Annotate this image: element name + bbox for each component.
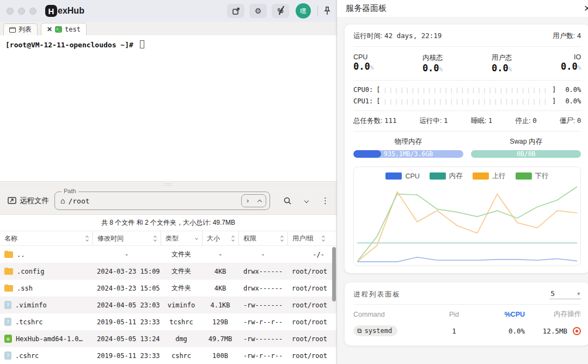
file-name-cell: .config bbox=[0, 268, 93, 275]
pane-splitter[interactable]: ::::: bbox=[0, 181, 336, 187]
task-stats: 总任务数: 111运行中: 1睡眠: 1停止: 0僵尸: 0 bbox=[353, 116, 581, 126]
file-row[interactable]: .config2024-03-23 15:09文件夹4KBdrwx------r… bbox=[0, 263, 336, 280]
filter-chevron-icon bbox=[195, 237, 198, 239]
tab-test[interactable]: ✕ >_ test bbox=[41, 23, 87, 35]
task-stat: 睡眠: 1 bbox=[471, 116, 492, 126]
chart-legend: CPU内存上行下行 bbox=[357, 171, 577, 181]
file-table-header: 名称修改时间类型大小权限用户/组 bbox=[0, 231, 336, 246]
file-type: viminfo bbox=[161, 301, 202, 309]
swap-memory-label: Swap 内存 bbox=[471, 137, 581, 146]
swap-memory-text: 0B/0B bbox=[471, 150, 581, 158]
copy-icon[interactable]: ⧉ bbox=[357, 327, 362, 335]
file-name-cell: ?.tcshrc bbox=[0, 318, 93, 326]
tab-close-icon[interactable]: ✕ bbox=[47, 26, 52, 33]
expand-button[interactable] bbox=[305, 199, 308, 202]
user-avatar[interactable]: 嘿 bbox=[296, 3, 311, 18]
file-row[interactable]: ?.viminfo2024-04-05 23:03viminfo4.1KB-rw… bbox=[0, 297, 336, 313]
search-button[interactable] bbox=[283, 196, 292, 205]
percent-slash-icon: % bbox=[278, 7, 284, 15]
file-perm: -rw-r--r-- bbox=[238, 318, 287, 326]
file-row[interactable]: ..-文件夹---/- bbox=[0, 246, 336, 263]
file-mtime: 2024-03-23 15:09 bbox=[93, 268, 161, 275]
file-perm: - bbox=[238, 251, 287, 258]
server-overview-card: 运行时间: 42 days, 22:19 用户数: 4 CPU0.0%内核态0.… bbox=[345, 24, 588, 273]
column-header-5[interactable]: 权限 bbox=[238, 231, 287, 245]
file-name: .tcshrc bbox=[15, 318, 43, 326]
task-label: 总任务数: bbox=[353, 117, 384, 125]
meter-bracket: [ bbox=[376, 97, 380, 105]
file-row[interactable]: ?.tcshrc2019-05-11 23:33tcshrc129B-rw-r-… bbox=[0, 313, 336, 330]
close-drawer-button[interactable]: ✕ bbox=[584, 4, 588, 13]
stop-process-button[interactable] bbox=[573, 327, 581, 335]
column-header-3[interactable]: 类型 bbox=[161, 231, 202, 245]
column-label: 用户/组 bbox=[292, 234, 314, 243]
folder-icon bbox=[4, 251, 13, 258]
page-size-select[interactable]: 5 ▾ bbox=[549, 289, 581, 299]
column-header-6[interactable]: 用户/组 bbox=[287, 231, 329, 245]
file-perm: drwx------ bbox=[238, 285, 287, 292]
process-column-4[interactable]: 内存 bbox=[525, 310, 567, 319]
pin-button[interactable] bbox=[323, 7, 331, 15]
settings-button[interactable]: ⚙ bbox=[249, 4, 267, 18]
perf-chart-box: CPU内存上行下行 bbox=[353, 166, 581, 266]
process-command-pill[interactable]: ⧉systemd bbox=[353, 325, 397, 336]
terminal[interactable]: [root@VM-12-11-opencloudos ~]# bbox=[0, 35, 336, 181]
file-mtime: 2024-03-23 15:05 bbox=[93, 285, 161, 292]
swap-memory: Swap 内存 0B/0B bbox=[471, 137, 581, 158]
chevron-down-icon bbox=[304, 199, 309, 203]
process-column-3[interactable]: %CPU bbox=[476, 311, 525, 318]
tab-bar: 列表 ✕ >_ test bbox=[0, 22, 336, 35]
maximize-window-button[interactable] bbox=[29, 8, 36, 15]
physical-memory-label: 物理内存 bbox=[353, 137, 463, 146]
file-row[interactable]: ?.cshrc2019-05-11 23:33cshrc100B-rw-r--r… bbox=[0, 347, 336, 364]
path-up-button[interactable] bbox=[254, 195, 266, 207]
column-label: 权限 bbox=[243, 234, 256, 243]
close-window-button[interactable] bbox=[7, 8, 14, 15]
process-column-1[interactable]: Command bbox=[353, 311, 432, 318]
task-value: 111 bbox=[384, 116, 397, 125]
process-column-5[interactable]: 操作 bbox=[567, 310, 581, 319]
toggle-shortcuts-button[interactable]: % bbox=[272, 4, 289, 18]
cpu-stat-CPU: CPU0.0% bbox=[353, 53, 373, 73]
file-size: 4KB bbox=[202, 268, 238, 275]
app-window: H exHub ⚙ % 嘿 bbox=[0, 0, 588, 364]
tab-list[interactable]: 列表 bbox=[3, 23, 38, 35]
core-label: CPU0: bbox=[353, 86, 373, 94]
open-external-button[interactable] bbox=[227, 4, 244, 18]
task-value: 0 bbox=[577, 116, 581, 125]
column-header-1[interactable]: 名称 bbox=[0, 231, 93, 245]
legend-label: 下行 bbox=[535, 171, 549, 181]
file-perm: -rw------- bbox=[238, 335, 287, 343]
column-header-2[interactable]: 修改时间 bbox=[93, 231, 161, 245]
file-table-body: ..-文件夹---/-.config2024-03-23 15:09文件夹4KB… bbox=[0, 246, 336, 364]
file-owner: root/root bbox=[287, 335, 329, 343]
server-drawer: 服务器面板 ✕ 运行时间: 42 days, 22:19 用户数: 4 CPU0… bbox=[337, 0, 588, 364]
file-mtime: 2024-04-05 23:03 bbox=[93, 301, 161, 309]
pin-icon bbox=[323, 7, 331, 15]
process-column-2[interactable]: Pid bbox=[432, 311, 476, 318]
sort-arrows-icon bbox=[322, 236, 324, 241]
task-label: 僵尸: bbox=[560, 117, 577, 125]
task-stat: 运行中: 1 bbox=[420, 116, 448, 126]
file-table-scrollbar[interactable] bbox=[332, 247, 336, 301]
stat-unit: % bbox=[370, 64, 374, 71]
file-icon: ? bbox=[4, 301, 11, 309]
more-options-button[interactable]: ⋮ bbox=[321, 196, 329, 206]
file-row[interactable]: ⚙HexHub-amd64-1.0…2024-05-05 13:24dmg49.… bbox=[0, 330, 336, 347]
column-header-4[interactable]: 大小 bbox=[202, 231, 238, 245]
legend-swatch bbox=[516, 172, 532, 180]
file-name-cell: ⚙HexHub-amd64-1.0… bbox=[0, 335, 93, 343]
remote-files-icon bbox=[8, 197, 16, 205]
minimize-window-button[interactable] bbox=[18, 8, 25, 15]
path-go-button[interactable]: › bbox=[242, 195, 254, 207]
file-owner: root/root bbox=[287, 268, 329, 275]
process-mem: 12.5MB bbox=[525, 327, 567, 335]
legend-swatch bbox=[430, 172, 446, 180]
stat-label: 用户态 bbox=[492, 53, 512, 63]
process-cpu: 0.0% bbox=[476, 327, 525, 335]
swap-memory-bar: 0B/0B bbox=[471, 150, 581, 158]
path-input[interactable]: Path ⌂ /root › bbox=[54, 192, 270, 210]
file-row[interactable]: .ssh2024-03-23 15:05文件夹4KBdrwx------root… bbox=[0, 280, 336, 297]
task-value: 0 bbox=[532, 116, 537, 125]
meter-bracket: ] bbox=[552, 86, 556, 94]
